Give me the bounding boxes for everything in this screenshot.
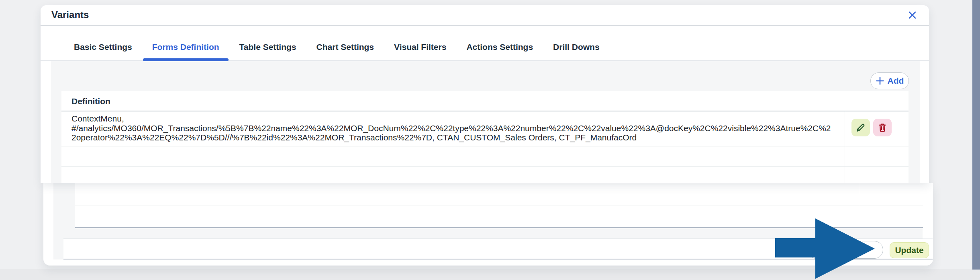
table-row[interactable]: ContextMenu, #/analytics/MO360/MOR_Trans… — [61, 111, 909, 146]
tab-actions-settings[interactable]: Actions Settings — [456, 41, 543, 53]
column-divider — [859, 183, 859, 227]
screen: Variants Basic Settings Forms Definition… — [0, 0, 980, 280]
table-row-empty[interactable] — [61, 167, 909, 183]
title-divider — [41, 25, 929, 26]
delete-button[interactable] — [873, 119, 892, 136]
update-button[interactable]: Update — [890, 242, 929, 258]
definitions-table: Definition ContextMenu, #/analytics/MO36… — [61, 91, 909, 183]
tab-visual-filters[interactable]: Visual Filters — [384, 41, 456, 53]
row-actions-cell — [845, 167, 909, 183]
table-row-empty[interactable] — [75, 185, 923, 206]
variants-dialog: Variants Basic Settings Forms Definition… — [41, 5, 929, 183]
trash-icon — [877, 122, 888, 133]
close-icon — [908, 10, 917, 20]
row-actions-cell — [845, 111, 909, 146]
close-button[interactable] — [904, 7, 920, 23]
plus-icon — [876, 76, 884, 85]
lower-table — [75, 183, 923, 228]
row-actions-cell — [845, 146, 909, 166]
variants-dialog-lower-section: Update — [43, 183, 933, 266]
definition-cell — [61, 146, 845, 166]
lower-content-panel: Update — [53, 183, 923, 259]
add-button[interactable]: Add — [870, 72, 909, 89]
tab-bar: Basic Settings Forms Definition Table Se… — [64, 41, 610, 53]
tab-basic-settings[interactable]: Basic Settings — [64, 41, 142, 53]
pencil-icon — [855, 122, 866, 133]
dialog-title: Variants — [51, 8, 89, 21]
page-bottom-strip — [0, 269, 980, 280]
tab-forms-definition[interactable]: Forms Definition — [142, 41, 229, 53]
dialog-footer: Update — [63, 239, 933, 259]
table-header-definition: Definition — [61, 91, 909, 111]
table-row-empty[interactable] — [61, 146, 909, 167]
update-button-label: Update — [895, 245, 923, 255]
add-button-label: Add — [888, 76, 904, 86]
page-scrollbar[interactable] — [972, 0, 980, 270]
hidden-footer-button[interactable] — [807, 241, 883, 259]
tab-chart-settings[interactable]: Chart Settings — [306, 41, 384, 53]
tab-table-settings[interactable]: Table Settings — [229, 41, 306, 53]
definition-cell — [61, 167, 845, 183]
tab-drill-downs[interactable]: Drill Downs — [543, 41, 610, 53]
definition-cell: ContextMenu, #/analytics/MO360/MOR_Trans… — [61, 111, 845, 146]
edit-button[interactable] — [851, 119, 870, 136]
